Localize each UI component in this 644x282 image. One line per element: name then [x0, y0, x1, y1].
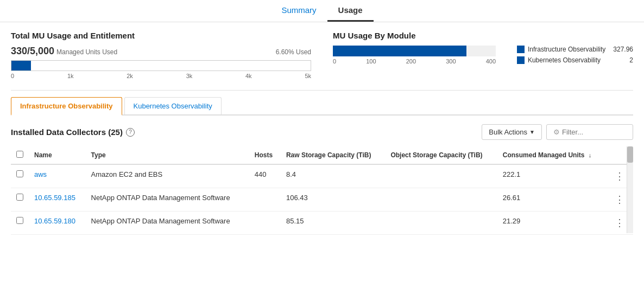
row-hosts-0: 440: [249, 164, 281, 188]
sub-tabs: Infrastructure Observability Kubernetes …: [11, 97, 633, 116]
row-name-2: 10.65.59.180: [29, 211, 86, 235]
main-content: Total MU Usage and Entitlement 330/5,000…: [0, 22, 644, 243]
legend-label-infra: Infrastructure Observability: [528, 46, 605, 53]
row-checkbox-cell-1: [11, 188, 29, 211]
row-object-storage-0: [385, 164, 497, 188]
row-consumed-mu-2: 21.29: [497, 211, 606, 235]
row-name-0: aws: [29, 164, 86, 188]
module-bar-area: 0 100 200 300 400: [333, 46, 506, 65]
charts-separator: [11, 90, 633, 91]
row-name-link-0[interactable]: aws: [34, 170, 47, 178]
module-bar-labels: 0 100 200 300 400: [333, 58, 496, 65]
data-table: Name Type Hosts Raw Storage Capacity (Ti…: [11, 146, 633, 235]
filter-icon: ⚙: [553, 128, 560, 136]
scroll-thumb[interactable]: [627, 146, 633, 163]
row-raw-storage-0: 8.4: [281, 164, 386, 188]
filter-input-container[interactable]: ⚙: [546, 124, 633, 140]
row-kebab-0[interactable]: ⋮: [611, 170, 628, 183]
module-bar-track: [333, 46, 496, 56]
row-hosts-2: [249, 211, 281, 235]
bulk-actions-button[interactable]: Bulk Actions ▼: [482, 124, 542, 140]
col-header-hosts: Hosts: [249, 146, 281, 164]
help-icon[interactable]: ?: [126, 128, 135, 137]
sort-desc-icon[interactable]: ↓: [589, 152, 592, 158]
row-type-0: Amazon EC2 and EBS: [86, 164, 249, 188]
table-actions: Bulk Actions ▼ ⚙: [482, 124, 633, 140]
table-row: 10.65.59.180 NetApp ONTAP Data Managemen…: [11, 211, 633, 235]
mu-by-module-section: MU Usage By Module 0 100 200 300 400: [333, 31, 633, 79]
total-mu-section: Total MU Usage and Entitlement 330/5,000…: [11, 31, 311, 79]
row-type-1: NetApp ONTAP Data Management Software: [86, 188, 249, 211]
bulk-actions-chevron-icon: ▼: [529, 129, 535, 135]
row-raw-storage-1: 106.43: [281, 188, 386, 211]
row-hosts-1: [249, 188, 281, 211]
legend-value-infra: 327.96: [613, 46, 633, 53]
legend-label-k8s: Kubernetes Observability: [528, 56, 622, 64]
table-row: aws Amazon EC2 and EBS 440 8.4 222.1 ⋮: [11, 164, 633, 188]
tab-usage[interactable]: Usage: [327, 0, 374, 22]
table-title-group: Installed Data Collectors (25) ?: [11, 127, 135, 137]
table-title: Installed Data Collectors (25): [11, 127, 123, 137]
charts-row: Total MU Usage and Entitlement 330/5,000…: [11, 31, 633, 79]
row-kebab-2[interactable]: ⋮: [611, 216, 628, 229]
table-body: aws Amazon EC2 and EBS 440 8.4 222.1 ⋮ 1…: [11, 164, 633, 235]
total-mu-used-label: 6.60% Used: [276, 48, 311, 56]
filter-field[interactable]: [562, 128, 626, 136]
sub-tab-k8s[interactable]: Kubernetes Observability: [124, 97, 222, 114]
col-header-raw-storage: Raw Storage Capacity (TiB): [281, 146, 386, 164]
col-header-type: Type: [86, 146, 249, 164]
row-object-storage-2: [385, 211, 497, 235]
col-header-name: Name: [29, 146, 86, 164]
row-checkbox-2[interactable]: [16, 217, 23, 224]
mu-module-chart: 0 100 200 300 400 Infrastructure Observa…: [333, 46, 633, 65]
total-mu-bar-track: [11, 60, 311, 71]
legend-color-k8s: [517, 56, 525, 64]
total-mu-bar-fill: [11, 61, 31, 70]
total-mu-bar-labels: 0 1k 2k 3k 4k 5k: [11, 73, 311, 79]
legend-item-k8s: Kubernetes Observability 2: [517, 56, 633, 64]
row-name-1: 10.65.59.185: [29, 188, 86, 211]
row-checkbox-cell-0: [11, 164, 29, 188]
row-checkbox-1[interactable]: [16, 194, 23, 201]
table-header-row: Installed Data Collectors (25) ? Bulk Ac…: [11, 124, 633, 140]
total-mu-title: Total MU Usage and Entitlement: [11, 31, 311, 40]
total-mu-header-info: 330/5,000 Managed Units Used 6.60% Used: [11, 46, 311, 57]
select-all-cell: [11, 146, 29, 164]
total-mu-count: 330/5,000: [11, 46, 54, 57]
sub-tab-infra[interactable]: Infrastructure Observability: [11, 97, 122, 116]
col-header-object-storage: Object Storage Capacity (TiB): [385, 146, 497, 164]
total-mu-count-label: Managed Units Used: [56, 48, 117, 56]
legend-item-infra: Infrastructure Observability 327.96: [517, 46, 633, 53]
row-kebab-1[interactable]: ⋮: [611, 193, 628, 206]
row-name-link-2[interactable]: 10.65.59.180: [34, 217, 75, 225]
row-checkbox-cell-2: [11, 211, 29, 235]
module-legend: Infrastructure Observability 327.96 Kube…: [517, 46, 633, 64]
row-consumed-mu-0: 222.1: [497, 164, 606, 188]
mu-by-module-title: MU Usage By Module: [333, 31, 633, 40]
row-type-2: NetApp ONTAP Data Management Software: [86, 211, 249, 235]
tab-summary[interactable]: Summary: [270, 0, 327, 22]
main-tabs: Summary Usage: [0, 0, 644, 22]
row-consumed-mu-1: 26.61: [497, 188, 606, 211]
legend-color-infra: [517, 46, 525, 53]
select-all-checkbox[interactable]: [16, 151, 23, 158]
row-object-storage-1: [385, 188, 497, 211]
scroll-indicator[interactable]: [627, 146, 633, 233]
consumed-mu-label: Consumed Managed Units: [503, 151, 585, 159]
row-raw-storage-2: 85.15: [281, 211, 386, 235]
col-header-consumed-mu: Consumed Managed Units ↓: [497, 146, 606, 164]
legend-value-k8s: 2: [629, 56, 633, 64]
module-bar-fill: [333, 46, 466, 56]
row-checkbox-0[interactable]: [16, 170, 23, 177]
bulk-actions-label: Bulk Actions: [489, 128, 527, 136]
table-scroll-area: Name Type Hosts Raw Storage Capacity (Ti…: [11, 146, 633, 235]
table-header-row-element: Name Type Hosts Raw Storage Capacity (Ti…: [11, 146, 633, 164]
table-row: 10.65.59.185 NetApp ONTAP Data Managemen…: [11, 188, 633, 211]
row-name-link-1[interactable]: 10.65.59.185: [34, 194, 75, 202]
total-mu-bar-container: 0 1k 2k 3k 4k 5k: [11, 60, 311, 79]
